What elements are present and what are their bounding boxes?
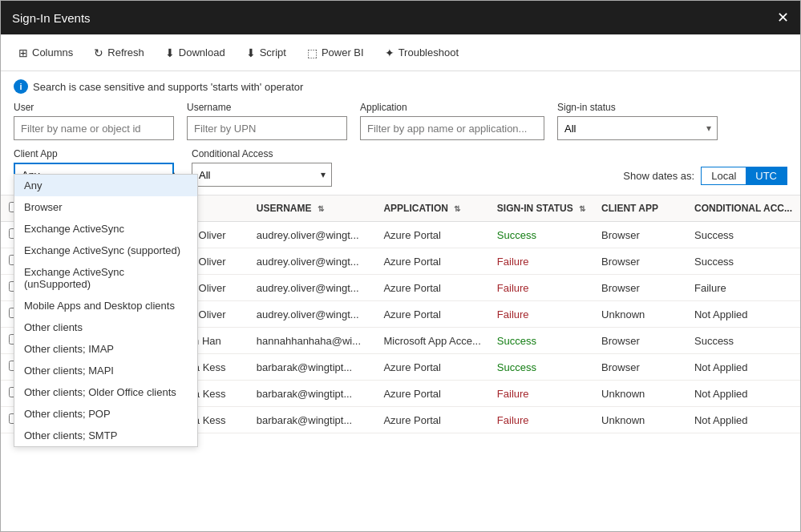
toolbar: ⊞ Columns ↻ Refresh ⬇ Download ⬇ Script … [1, 34, 800, 71]
cell-username: barbarak@wingtipt... [249, 354, 376, 381]
script-label: Script [260, 46, 286, 58]
cell-username: audrey.oliver@wingt... [249, 275, 376, 301]
download-button[interactable]: ⬇ Download [156, 42, 235, 64]
cell-signin-status: Failure [489, 275, 593, 301]
date-format-group: Show dates as: Local UTC [623, 160, 787, 187]
show-dates-label: Show dates as: [623, 170, 694, 182]
cell-conditional: Success [686, 248, 800, 275]
dropdown-item-other-older[interactable]: Other clients; Older Office clients [14, 381, 197, 403]
download-label: Download [179, 46, 225, 58]
cell-signin-status: Failure [489, 248, 593, 275]
info-icon: i [14, 79, 28, 94]
script-icon: ⬇ [246, 46, 256, 59]
cell-username: hannahhanhaha@wi... [249, 328, 376, 354]
dropdown-item-other-smtp[interactable]: Other clients; SMTP [14, 425, 197, 446]
cell-conditional: Not Applied [686, 381, 800, 407]
cell-client-app: Browser [593, 354, 686, 381]
user-filter-group: User [14, 102, 174, 140]
dropdown-item-other-clients[interactable]: Other clients [14, 316, 197, 338]
date-row: Show dates as: Local UTC [623, 167, 787, 185]
filter-row-2: Client App ▲ Any Browser Exchange Active… [14, 148, 787, 187]
cell-conditional: Failure [686, 275, 800, 301]
cell-signin-status: Success [489, 328, 593, 354]
cell-username: barbarak@wingtipt... [249, 407, 376, 433]
signin-status-select-wrapper: All Success Failure [557, 116, 718, 140]
dropdown-item-other-mapi[interactable]: Other clients; MAPI [14, 360, 197, 381]
dropdown-item-exchange-activesync-unsupported[interactable]: Exchange ActiveSync (unSupported) [14, 261, 197, 295]
window-title: Sign-In Events [12, 11, 91, 25]
client-app-label: Client App [14, 148, 174, 159]
conditional-access-select[interactable]: All Success Failure Not Applied [192, 163, 332, 187]
cell-application: Azure Portal [375, 222, 488, 248]
cell-application: Azure Portal [375, 354, 488, 381]
dropdown-item-browser[interactable]: Browser [14, 196, 197, 218]
info-row: i Search is case sensitive and supports … [14, 79, 787, 94]
cell-signin-status: Success [489, 222, 593, 248]
powerbi-label: Power BI [322, 46, 364, 58]
app-input[interactable] [360, 116, 544, 140]
cell-application: Azure Portal [375, 275, 488, 301]
col-header-username[interactable]: USERNAME ⇅ [249, 195, 376, 222]
conditional-access-label: Conditional Access [192, 148, 332, 159]
username-input[interactable] [187, 116, 347, 140]
dropdown-item-exchange-activesync-supported[interactable]: Exchange ActiveSync (supported) [14, 240, 197, 261]
signin-status-filter-group: Sign-in status All Success Failure [557, 102, 718, 140]
cell-conditional: Success [686, 222, 800, 248]
cell-conditional: Not Applied [686, 301, 800, 328]
sort-icon-status: ⇅ [579, 204, 585, 213]
utc-date-button[interactable]: UTC [746, 167, 787, 184]
troubleshoot-button[interactable]: ✦ Troubleshoot [375, 42, 468, 64]
powerbi-button[interactable]: ⬚ Power BI [297, 42, 374, 64]
dropdown-item-other-imap[interactable]: Other clients; IMAP [14, 338, 197, 360]
sort-icon-application: ⇅ [454, 204, 460, 213]
troubleshoot-icon: ✦ [385, 46, 394, 59]
col-header-signin-status[interactable]: SIGN-IN STATUS ⇅ [489, 195, 593, 222]
cell-username: audrey.oliver@wingt... [249, 248, 376, 275]
cell-username: barbarak@wingtipt... [249, 381, 376, 407]
user-label: User [14, 102, 174, 113]
main-window: Sign-In Events ✕ ⊞ Columns ↻ Refresh ⬇ D… [0, 0, 801, 532]
col-header-client-app[interactable]: CLIENT APP [593, 195, 686, 222]
signin-status-label: Sign-in status [557, 102, 718, 113]
signin-status-select[interactable]: All Success Failure [557, 116, 718, 140]
cell-client-app: Unknown [593, 381, 686, 407]
cell-client-app: Browser [593, 275, 686, 301]
client-app-dropdown: Any Browser Exchange ActiveSync Exchange… [14, 174, 198, 447]
dropdown-item-exchange-activesync[interactable]: Exchange ActiveSync [14, 218, 197, 240]
columns-button[interactable]: ⊞ Columns [9, 42, 83, 64]
cell-conditional: Not Applied [686, 407, 800, 433]
conditional-access-select-wrapper: All Success Failure Not Applied [192, 163, 332, 187]
cell-client-app: Browser [593, 248, 686, 275]
refresh-icon: ↻ [94, 46, 103, 59]
conditional-access-filter-group: Conditional Access All Success Failure N… [192, 148, 332, 187]
title-bar-left: Sign-In Events [12, 11, 91, 25]
dropdown-item-any[interactable]: Any [14, 175, 197, 196]
cell-signin-status: Failure [489, 301, 593, 328]
cell-application: Azure Portal [375, 301, 488, 328]
cell-application: Azure Portal [375, 248, 488, 275]
download-icon: ⬇ [165, 46, 175, 59]
dropdown-item-other-pop[interactable]: Other clients; POP [14, 403, 197, 425]
cell-application: Azure Portal [375, 381, 488, 407]
username-label: Username [187, 102, 347, 113]
col-header-conditional[interactable]: CONDITIONAL ACC... [686, 195, 800, 222]
date-toggle: Local UTC [701, 167, 787, 185]
cell-username: audrey.oliver@wingt... [249, 222, 376, 248]
user-input[interactable] [14, 116, 174, 140]
sort-icon-username: ⇅ [318, 204, 324, 213]
local-date-button[interactable]: Local [702, 167, 746, 184]
col-header-application[interactable]: APPLICATION ⇅ [375, 195, 488, 222]
cell-application: Microsoft App Acce... [375, 328, 488, 354]
cell-username: audrey.oliver@wingt... [249, 301, 376, 328]
username-filter-group: Username [187, 102, 347, 140]
script-button[interactable]: ⬇ Script [237, 42, 296, 64]
title-bar: Sign-In Events ✕ [1, 1, 800, 34]
client-app-filter-group: Client App ▲ Any Browser Exchange Active… [14, 148, 174, 187]
dropdown-item-mobile-apps[interactable]: Mobile Apps and Desktop clients [14, 295, 197, 316]
cell-client-app: Browser [593, 328, 686, 354]
refresh-button[interactable]: ↻ Refresh [84, 42, 154, 64]
close-button[interactable]: ✕ [777, 10, 789, 25]
columns-icon: ⊞ [18, 46, 28, 59]
filter-bar: i Search is case sensitive and supports … [1, 71, 800, 195]
powerbi-icon: ⬚ [307, 46, 318, 59]
